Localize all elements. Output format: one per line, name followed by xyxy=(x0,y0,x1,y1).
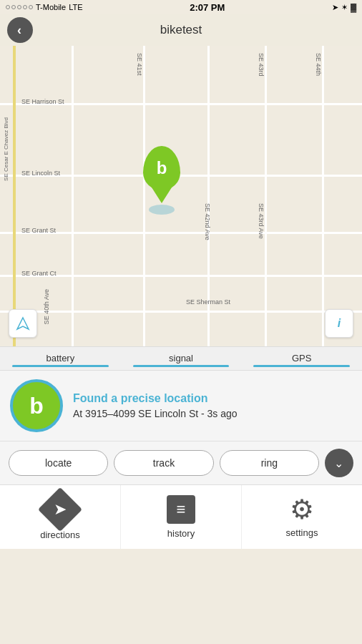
device-info: Found a precise location At 3915–4099 SE… xyxy=(73,392,238,419)
avatar: b xyxy=(10,379,63,432)
status-icons: ➤ ✶ ▓ xyxy=(332,3,356,12)
44th-label: SE 44th xyxy=(315,53,322,76)
device-location: At 3915–4099 SE Lincoln St - 3s ago xyxy=(73,408,238,419)
tab-history[interactable]: ≡ history xyxy=(121,485,242,549)
history-icon: ≡ xyxy=(167,495,195,524)
device-row: b Found a precise location At 3915–4099 … xyxy=(0,371,362,441)
action-row: locate track ring ⌄ xyxy=(0,441,362,484)
41st-label: SE 41st xyxy=(136,53,143,76)
pin-shadow xyxy=(149,205,175,215)
tab-battery[interactable]: battery xyxy=(0,347,121,370)
info-button[interactable]: i xyxy=(325,309,353,338)
sherman-st-label: SE Sherman St xyxy=(186,298,230,306)
network-label: LTE xyxy=(69,3,82,11)
back-button[interactable]: ‹ xyxy=(7,17,33,43)
ring-button[interactable]: ring xyxy=(220,450,319,476)
tab-signal[interactable]: signal xyxy=(121,347,242,370)
svg-marker-0 xyxy=(17,318,29,329)
history-label: history xyxy=(167,528,195,539)
settings-label: settings xyxy=(286,527,318,538)
directions-label: directions xyxy=(40,530,80,540)
status-time: 2:07 PM xyxy=(190,2,225,13)
tab-settings[interactable]: ⚙ settings xyxy=(242,485,362,549)
avatar-letter: b xyxy=(29,393,44,419)
battery-icon: ▓ xyxy=(351,3,356,11)
chevron-down-button[interactable]: ⌄ xyxy=(325,449,353,477)
pin-letter: b xyxy=(157,158,167,178)
device-status: Found a precise location xyxy=(73,392,238,405)
43rd-label: SE 43rd xyxy=(258,53,265,77)
bottom-tab-bar: ➤ directions ≡ history ⚙ settings xyxy=(0,484,362,549)
tabs-row: battery signal GPS xyxy=(0,347,362,371)
settings-icon: ⚙ xyxy=(290,496,314,523)
carrier-label: T-Mobile xyxy=(36,3,66,11)
my-location-button[interactable] xyxy=(9,309,37,338)
track-button[interactable]: track xyxy=(114,450,213,476)
43rd-ave-label: SE 43rd Ave xyxy=(258,203,265,239)
harrison-st-label: SE Harrison St xyxy=(21,98,64,105)
signal-dots xyxy=(6,5,33,9)
pin-body: b xyxy=(143,146,180,190)
chavez-blvd-label: SE Cesar E Chavez Blvd xyxy=(3,117,9,181)
status-bar: T-Mobile LTE 2:07 PM ➤ ✶ ▓ xyxy=(0,0,362,14)
map-area[interactable]: SE Cesar E Chavez Blvd SE Harrison St SE… xyxy=(0,46,362,346)
grant-ct-label: SE Grant Ct xyxy=(21,270,57,277)
info-panel: battery signal GPS b Found a precise loc… xyxy=(0,346,362,484)
bluetooth-icon: ✶ xyxy=(341,3,348,12)
location-pin: b xyxy=(143,146,180,215)
tab-directions[interactable]: ➤ directions xyxy=(0,485,121,549)
grant-st-label: SE Grant St xyxy=(21,227,56,234)
locate-button[interactable]: locate xyxy=(9,450,108,476)
42nd-ave-label: SE 42nd Ave xyxy=(204,203,211,240)
directions-icon: ➤ xyxy=(38,487,82,532)
chevron-down-icon: ⌄ xyxy=(334,457,343,470)
tab-gps[interactable]: GPS xyxy=(241,347,362,370)
navigation-bar: ‹ biketest xyxy=(0,14,362,46)
page-title: biketest xyxy=(160,23,202,37)
location-icon: ➤ xyxy=(332,3,338,12)
40th-ave-label: SE 40th Ave xyxy=(43,289,50,324)
lincoln-st-label: SE Lincoln St xyxy=(21,170,60,177)
